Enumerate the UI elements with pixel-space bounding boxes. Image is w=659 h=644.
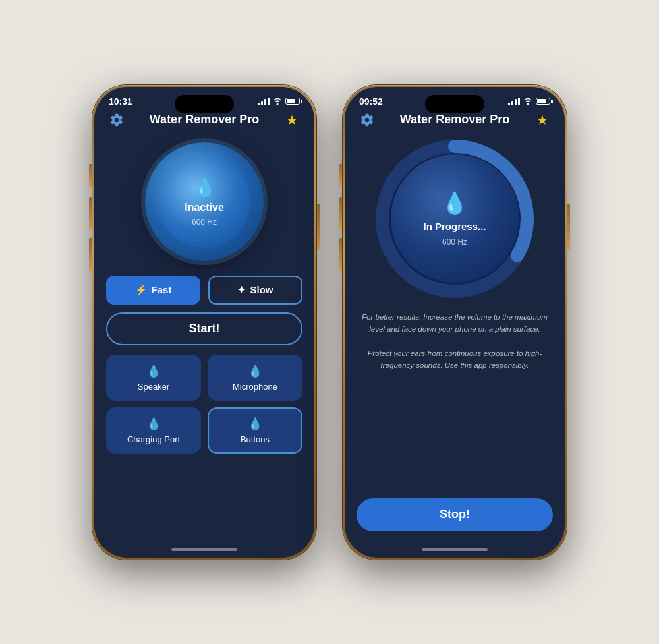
microphone-button[interactable]: 💧 Microphone	[208, 355, 302, 401]
home-indicator-2	[422, 548, 488, 551]
buttons-button[interactable]: 💧 Buttons	[208, 407, 302, 454]
stop-button[interactable]: Stop!	[357, 498, 553, 531]
charging-port-button[interactable]: 💧 Charging Port	[106, 407, 201, 454]
dynamic-island-2	[425, 95, 484, 113]
speaker-label: Speaker	[138, 382, 169, 392]
buttons-label: Buttons	[241, 434, 270, 444]
port-grid-1: 💧 Speaker 💧 Microphone 💧 Charging Port 💧…	[106, 355, 302, 454]
start-button-1[interactable]: Start!	[106, 312, 302, 345]
phone-frame-2: 09:52	[343, 85, 567, 560]
app-title-2: Water Remover Pro	[376, 113, 533, 127]
info-text-2: Protect your ears from continuous exposu…	[362, 347, 548, 372]
phone-screen-1: 10:31	[94, 87, 314, 558]
phone-frame-1: 10:31	[92, 85, 316, 560]
charging-label: Charging Port	[127, 434, 180, 444]
status-icons-1	[258, 98, 300, 105]
phone-screen-2: 09:52	[345, 87, 565, 558]
volume-up-button-2[interactable]	[339, 197, 342, 230]
power-button-2[interactable]	[567, 204, 570, 250]
wifi-icon-1	[273, 98, 282, 105]
charging-drop-icon: 💧	[146, 417, 161, 431]
app-content-1: Water Remover Pro ★ 💧 Inactive 600 Hz	[94, 111, 314, 543]
time-display-2: 09:52	[359, 96, 383, 107]
settings-icon-1[interactable]	[107, 111, 126, 129]
slow-icon-1: ✦	[237, 284, 246, 296]
circle-frequency-1: 600 Hz	[192, 218, 217, 227]
power-button[interactable]	[317, 204, 320, 250]
phone-2: 09:52	[343, 85, 567, 560]
info-text-container: For better results: Increase the volume …	[357, 311, 553, 372]
slow-button-1[interactable]: ✦ Slow	[208, 276, 302, 305]
wifi-icon-2	[523, 98, 532, 105]
progress-ring	[376, 140, 534, 298]
fast-label-1: Fast	[152, 284, 172, 295]
speaker-drop-icon: 💧	[146, 364, 161, 378]
info-text-1: For better results: Increase the volume …	[362, 311, 548, 336]
silent-button-2[interactable]	[339, 164, 342, 185]
water-circle-container-2: 💧 In Progress... 600 Hz	[376, 140, 534, 298]
dynamic-island-1	[175, 95, 234, 113]
signal-icon-2	[508, 98, 520, 105]
water-circle-container-1[interactable]: 💧 Inactive 600 Hz	[106, 142, 302, 261]
speed-buttons-1: ⚡ Fast ✦ Slow	[106, 276, 302, 305]
home-indicator-1	[171, 548, 237, 551]
speaker-button[interactable]: 💧 Speaker	[106, 355, 201, 401]
volume-up-button[interactable]	[89, 197, 92, 230]
slow-label-1: Slow	[250, 284, 273, 295]
phone-1: 10:31	[92, 85, 316, 560]
silent-button[interactable]	[89, 164, 92, 185]
drop-icon-1: 💧	[193, 176, 216, 198]
time-display-1: 10:31	[109, 96, 132, 107]
fast-icon-1: ⚡	[135, 284, 148, 296]
circle-status-1: Inactive	[185, 202, 224, 214]
app-content-2: Water Remover Pro ★ 💧	[345, 111, 565, 543]
app-header-1: Water Remover Pro ★	[106, 111, 302, 129]
signal-icon-1	[258, 98, 270, 105]
microphone-label: Microphone	[233, 382, 277, 392]
water-circle-inner-1: 💧 Inactive 600 Hz	[158, 156, 250, 248]
app-header-2: Water Remover Pro ★	[357, 111, 553, 129]
water-circle-outer-1: 💧 Inactive 600 Hz	[145, 142, 264, 261]
volume-down-button-2[interactable]	[339, 238, 342, 271]
app-title-1: Water Remover Pro	[126, 113, 283, 127]
battery-icon-1	[285, 98, 300, 105]
volume-down-button[interactable]	[89, 238, 92, 271]
status-icons-2	[508, 98, 550, 105]
settings-icon-2[interactable]	[358, 111, 376, 129]
battery-icon-2	[536, 98, 550, 105]
favorite-icon-1[interactable]: ★	[283, 111, 301, 129]
favorite-icon-2[interactable]: ★	[533, 111, 552, 129]
buttons-drop-icon: 💧	[248, 417, 262, 431]
fast-button-1[interactable]: ⚡ Fast	[106, 276, 200, 305]
microphone-drop-icon: 💧	[248, 364, 262, 378]
